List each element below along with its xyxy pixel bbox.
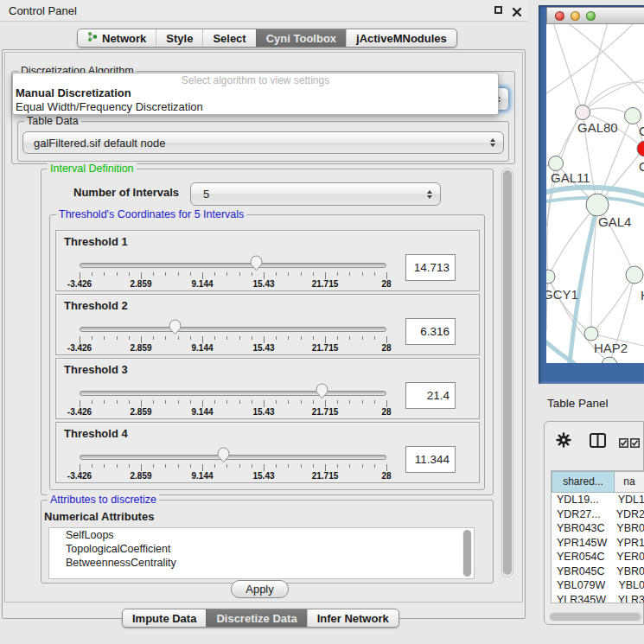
cell-name[interactable]: YLR3 [614, 593, 644, 604]
tab-infer-network[interactable]: Infer Network [307, 609, 399, 627]
node[interactable] [626, 266, 643, 284]
tab-impute-data[interactable]: Impute Data [123, 609, 206, 627]
split-panel-icon[interactable] [590, 433, 606, 451]
group-title: Attributes to discretize [48, 494, 159, 506]
threshold-slider-track[interactable] [80, 327, 386, 332]
cell-name[interactable]: YDR2 [612, 507, 644, 522]
table-row[interactable]: YER054CYER0 [552, 550, 644, 564]
cell-shared-name[interactable]: YBL079W [552, 578, 614, 593]
table-row[interactable]: YDR27...YDR2 [552, 507, 644, 522]
column-header-shared-name[interactable]: shared... [552, 471, 615, 493]
list-vertical-scrollbar[interactable] [462, 530, 472, 577]
cell-name[interactable]: YDL1 [614, 493, 644, 507]
panel-vertical-scrollbar[interactable] [501, 168, 513, 577]
node-gal11[interactable] [549, 156, 564, 171]
network-window-titlebar[interactable] [546, 7, 644, 24]
table-row[interactable]: YBR043CYBR0 [552, 521, 644, 536]
threshold-value-field[interactable]: 11.344 [405, 446, 456, 473]
table-row[interactable]: YBL079WYBL0 [552, 578, 644, 593]
node-label: H [641, 288, 644, 303]
tab-select[interactable]: Select [202, 29, 255, 47]
cell-name[interactable]: YBL0 [614, 578, 644, 593]
cell-shared-name[interactable]: YLR345W [552, 593, 614, 604]
table-row[interactable]: YLR345WYLR3 [552, 593, 644, 604]
node-gal4[interactable] [586, 194, 609, 216]
cell-name[interactable]: YBR0 [612, 521, 644, 536]
scrollbar-thumb[interactable] [550, 613, 641, 621]
node-gcy1[interactable] [546, 270, 555, 284]
table-data-combobox[interactable]: galFiltered.sif default node [22, 131, 504, 154]
zoom-traffic-light-icon[interactable] [586, 11, 596, 21]
dropdown-hint-item[interactable]: Select algorithm to view settings [13, 73, 498, 86]
tab-jactivemnodules[interactable]: jActiveMNodules [346, 29, 456, 47]
table-row[interactable]: YBR045CYBR0 [552, 564, 644, 579]
node-hap2[interactable] [584, 327, 598, 341]
checkbox-icon[interactable] [630, 436, 640, 451]
list-item-betweennesscentrality[interactable]: BetweennessCentrality [49, 556, 474, 570]
threshold-slider-thumb[interactable] [250, 255, 263, 271]
combo-stepper-icon [427, 190, 432, 199]
threshold-value-field[interactable]: 21.4 [405, 382, 456, 409]
tab-style[interactable]: Style [156, 29, 202, 47]
close-traffic-light-icon[interactable] [555, 11, 564, 21]
cell-name[interactable]: YER0 [612, 550, 644, 564]
node-gal80[interactable] [576, 105, 590, 120]
cell-shared-name[interactable]: YPR145W [552, 536, 612, 551]
apply-button[interactable]: Apply [231, 580, 289, 598]
cell-shared-name[interactable]: YDR27... [552, 507, 612, 522]
threshold-slider-track[interactable] [80, 455, 386, 460]
slider-tick-labels: -3.4262.8599.14415.4321.71528 [80, 471, 387, 481]
node-label: GAL80 [577, 120, 618, 135]
threshold-slider-thumb[interactable] [316, 383, 328, 399]
cell-shared-name[interactable]: YDL19... [552, 493, 614, 507]
numerical-attributes-label: Numerical Attributes [44, 510, 154, 523]
scrollbar-thumb[interactable] [463, 530, 471, 577]
panel-title: Control Panel [9, 4, 77, 17]
number-of-intervals-label: Number of Intervals [73, 186, 179, 199]
threshold-slider-track[interactable] [80, 391, 386, 396]
numerical-attributes-list: SelfLoopsTopologicalCoefficientBetweenne… [48, 527, 475, 579]
network-graph[interactable]: GAL80GACGAL11GAL4GCY1HHAP2 [546, 24, 644, 363]
node[interactable] [625, 108, 641, 124]
network-edge[interactable] [553, 24, 583, 112]
network-canvas[interactable]: GAL80GACGAL11GAL4GCY1HHAP2 [546, 24, 644, 363]
cell-shared-name[interactable]: YER054C [552, 550, 612, 564]
dropdown-option-manual-discretization[interactable]: Manual Discretization [13, 86, 498, 100]
checkbox-icon[interactable] [619, 436, 628, 451]
threshold-slider-track[interactable] [80, 263, 386, 268]
control-panel-titlebar: Control Panel [0, 0, 527, 22]
threshold-value-field[interactable]: 6.316 [405, 318, 456, 345]
threshold-value-field[interactable]: 14.713 [405, 254, 456, 281]
tab-network[interactable]: Network [78, 29, 156, 47]
tab-label: Style [166, 32, 193, 45]
tab-discretize-data[interactable]: Discretize Data [206, 609, 306, 627]
column-header-name[interactable]: na [615, 471, 644, 493]
list-item-topologicalcoefficient[interactable]: TopologicalCoefficient [49, 542, 474, 556]
list-item-selfloops[interactable]: SelfLoops [49, 528, 474, 542]
slider-ticks [80, 336, 387, 343]
tab-label: Infer Network [317, 612, 389, 625]
table-row[interactable]: YDL19...YDL1 [552, 493, 644, 507]
tab-cyni-toolbox[interactable]: Cyni Toolbox [256, 29, 346, 47]
cell-name[interactable]: YPR1 [612, 536, 644, 551]
cell-shared-name[interactable]: YBR043C [552, 521, 612, 536]
cell-name[interactable]: YBR0 [612, 564, 644, 579]
threshold-slider-thumb[interactable] [169, 319, 182, 335]
node-table: shared... na YDL19...YDL1YDR27...YDR2YBR… [551, 470, 644, 603]
algorithm-dropdown-popup: Select algorithm to view settings Manual… [12, 73, 499, 115]
cell-shared-name[interactable]: YBR045C [552, 564, 612, 579]
minimize-traffic-light-icon[interactable] [571, 11, 580, 21]
gear-icon[interactable] [556, 432, 571, 451]
table-row[interactable]: YPR145WYPR1 [552, 536, 644, 551]
table-horizontal-scrollbar[interactable] [549, 612, 642, 622]
network-edge[interactable] [548, 277, 591, 334]
threshold-slider-thumb[interactable] [217, 447, 230, 463]
number-of-intervals-combobox[interactable]: 5 [190, 182, 441, 206]
close-icon[interactable] [512, 5, 522, 16]
dropdown-option-equal-width-frequency[interactable]: Equal Width/Frequency Discretization [13, 100, 498, 114]
scrollbar-thumb[interactable] [503, 170, 512, 575]
group-title: Threshold's Coordinates for 5 Intervals [56, 208, 246, 220]
network-edge[interactable] [546, 277, 548, 330]
float-window-icon[interactable] [494, 5, 505, 16]
node-label: GA [639, 124, 644, 138]
